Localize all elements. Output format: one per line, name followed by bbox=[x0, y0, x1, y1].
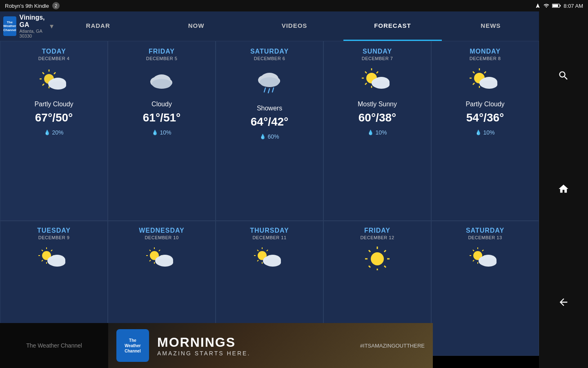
precip-friday: 💧 10% bbox=[152, 129, 171, 136]
day-date-saturday: DECEMBER 6 bbox=[254, 56, 285, 61]
day-date-friday: DECEMBER 5 bbox=[146, 56, 178, 61]
day-name-thursday: THURSDAY bbox=[250, 227, 289, 234]
svg-point-68 bbox=[49, 258, 65, 267]
svg-line-37 bbox=[376, 72, 378, 73]
svg-line-76 bbox=[159, 250, 160, 251]
forecast-today[interactable]: TODAY DECEMBER 4 Partly Cloudy bbox=[0, 41, 108, 221]
svg-line-101 bbox=[384, 266, 386, 267]
forecast-saturday2[interactable]: SATURDAY DECEMBER 13 bbox=[431, 221, 539, 356]
svg-point-18 bbox=[50, 81, 66, 90]
weather-desc-today: Partly Cloudy bbox=[34, 101, 73, 108]
day-name-sunday: SUNDAY bbox=[363, 48, 392, 55]
day-name-wednesday: WEDNESDAY bbox=[139, 227, 185, 234]
weather-icon-thursday bbox=[253, 246, 286, 274]
day-date-monday: DECEMBER 8 bbox=[470, 56, 501, 61]
day-date-thursday: DECEMBER 11 bbox=[252, 235, 286, 240]
day-name-saturday: SATURDAY bbox=[250, 48, 289, 55]
svg-line-77 bbox=[149, 260, 151, 261]
tab-news[interactable]: NEWS bbox=[442, 11, 540, 41]
weather-desc-friday: Cloudy bbox=[151, 101, 172, 108]
weather-icon-today bbox=[38, 67, 70, 96]
tab-videos[interactable]: VIDEOS bbox=[245, 11, 343, 41]
day-date-today: DECEMBER 4 bbox=[38, 56, 70, 61]
svg-point-22 bbox=[152, 79, 172, 89]
svg-rect-1 bbox=[553, 4, 559, 7]
svg-point-81 bbox=[157, 258, 173, 267]
day-name-tuesday: TUESDAY bbox=[37, 227, 71, 234]
tab-radar[interactable]: RADAR bbox=[49, 11, 147, 41]
svg-line-74 bbox=[149, 250, 151, 251]
day-date-saturday2: DECEMBER 13 bbox=[468, 235, 502, 240]
temp-saturday: 64°/42° bbox=[251, 115, 288, 128]
status-bar: Robyn's 9th Kindle 2 8:07 AM bbox=[0, 0, 588, 11]
day-date-friday2: DECEMBER 12 bbox=[360, 235, 394, 240]
weather-desc-sunday: Mostly Sunny bbox=[358, 101, 397, 108]
forecast-saturday[interactable]: SATURDAY DECEMBER 6 Showers 64°/42° 💧 60… bbox=[216, 41, 323, 221]
tab-forecast[interactable]: FORECAST bbox=[343, 11, 441, 41]
svg-line-51 bbox=[473, 83, 474, 85]
temp-today: 67°/50° bbox=[35, 111, 73, 124]
app-name: Robyn's 9th Kindle bbox=[5, 3, 49, 9]
day-name-monday: MONDAY bbox=[470, 48, 501, 55]
svg-line-89 bbox=[267, 250, 268, 251]
svg-point-55 bbox=[481, 81, 497, 89]
right-sidebar bbox=[539, 11, 588, 368]
svg-line-11 bbox=[42, 72, 44, 74]
temp-monday: 54°/36° bbox=[466, 111, 504, 124]
temp-friday: 61°/51° bbox=[143, 111, 180, 124]
home-icon-btn[interactable] bbox=[558, 183, 569, 196]
brand-label: The Weather Channel bbox=[26, 342, 82, 349]
svg-line-63 bbox=[51, 250, 52, 251]
day-name-today: TODAY bbox=[42, 48, 66, 55]
time: 8:07 AM bbox=[564, 3, 583, 9]
logo-area[interactable]: The Weather Channel Vinings, GA Atlanta,… bbox=[0, 11, 49, 41]
tab-now[interactable]: NOW bbox=[147, 11, 245, 41]
ad-sub-text: AMAZING STARTS HERE. bbox=[157, 350, 360, 357]
svg-line-112 bbox=[473, 260, 474, 261]
nav-bar: The Weather Channel Vinings, GA Atlanta,… bbox=[0, 11, 588, 41]
app-logo: The Weather Channel bbox=[3, 16, 16, 36]
location-icon bbox=[535, 3, 541, 9]
search-icon-btn[interactable] bbox=[558, 70, 569, 83]
status-left: Robyn's 9th Kindle 2 bbox=[5, 2, 60, 9]
precip-saturday: 💧 60% bbox=[260, 133, 279, 140]
status-right: 8:07 AM bbox=[535, 3, 583, 9]
location-info: Vinings, GA Atlanta, GA 30330 bbox=[20, 14, 45, 38]
bottom-left-area: The Weather Channel bbox=[0, 323, 108, 368]
svg-rect-2 bbox=[560, 5, 561, 6]
day-date-tuesday: DECEMBER 9 bbox=[38, 235, 70, 240]
weather-icon-monday bbox=[469, 67, 501, 96]
svg-line-35 bbox=[365, 72, 367, 73]
forecast-friday[interactable]: FRIDAY DECEMBER 5 Cloudy 61°/51° 💧 10% bbox=[108, 41, 216, 221]
svg-line-111 bbox=[482, 250, 483, 251]
svg-line-100 bbox=[369, 250, 370, 252]
day-name-saturday2: SATURDAY bbox=[466, 227, 504, 234]
ad-text: MORNINGS AMAZING STARTS HERE. bbox=[157, 335, 360, 357]
svg-line-102 bbox=[384, 250, 386, 252]
forecast-sunday[interactable]: SUNDAY DECEMBER 7 Mostly Sunny 60°/38° bbox=[323, 41, 431, 221]
day-name-friday2: FRIDAY bbox=[364, 227, 390, 234]
back-icon-btn[interactable] bbox=[558, 296, 569, 310]
svg-point-94 bbox=[265, 258, 281, 267]
svg-line-50 bbox=[484, 72, 486, 73]
weather-icon-saturday bbox=[253, 67, 286, 100]
location-sub: Atlanta, GA 30330 bbox=[20, 29, 45, 38]
precip-sunday: 💧 10% bbox=[368, 129, 387, 136]
location-city: Vinings, GA bbox=[20, 14, 45, 29]
day-date-sunday: DECEMBER 7 bbox=[362, 56, 393, 61]
temp-sunday: 60°/38° bbox=[359, 111, 396, 124]
weather-icon-friday bbox=[145, 67, 178, 96]
weather-desc-saturday: Showers bbox=[257, 105, 282, 112]
forecast-grid: TODAY DECEMBER 4 Partly Cloudy bbox=[0, 41, 539, 356]
forecast-monday[interactable]: MONDAY DECEMBER 8 Partly Cloudy 54°/36° bbox=[431, 41, 539, 221]
notif-badge: 2 bbox=[52, 2, 60, 9]
ad-main-text: MORNINGS bbox=[157, 335, 360, 350]
svg-point-42 bbox=[373, 81, 390, 89]
weather-desc-monday: Partly Cloudy bbox=[466, 101, 504, 108]
wifi-icon bbox=[543, 3, 550, 9]
svg-line-48 bbox=[473, 72, 474, 73]
svg-line-90 bbox=[257, 260, 258, 261]
svg-point-26 bbox=[260, 77, 279, 87]
battery-icon bbox=[552, 3, 561, 8]
ad-banner[interactable]: The Weather Channel MORNINGS AMAZING STA… bbox=[108, 323, 433, 368]
